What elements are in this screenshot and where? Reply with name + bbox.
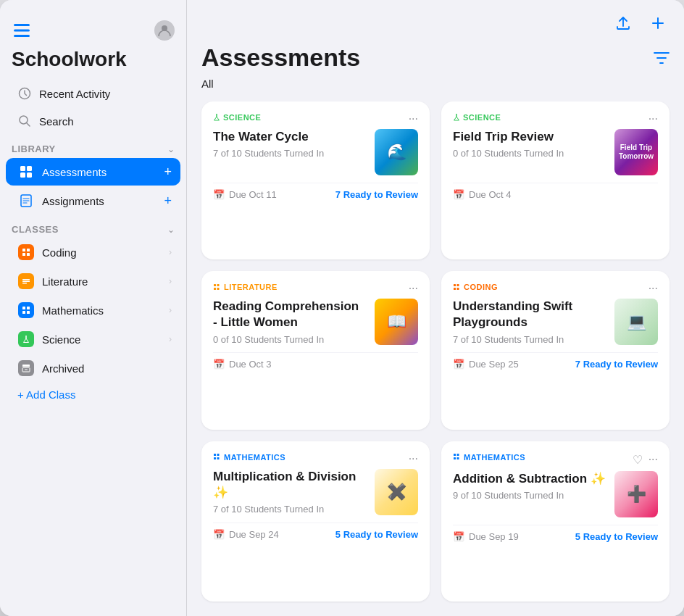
- sidebar-item-recent-activity[interactable]: Recent Activity: [6, 80, 180, 107]
- sidebar-item-assignments[interactable]: Assignments +: [6, 187, 180, 215]
- heart-icon[interactable]: ♡: [633, 453, 643, 467]
- svg-rect-19: [27, 307, 30, 309]
- card-subject: Science: [213, 113, 261, 122]
- card-more-menu[interactable]: ···: [409, 453, 418, 465]
- library-section-header: Library ⌄: [0, 135, 186, 157]
- svg-rect-39: [457, 457, 459, 459]
- svg-rect-33: [217, 454, 220, 456]
- calendar-icon: 📅: [453, 189, 464, 200]
- svg-rect-38: [454, 457, 456, 459]
- sidebar-toggle-icon[interactable]: [12, 20, 32, 41]
- filter-label: All: [187, 72, 684, 99]
- card-top: Literature ···: [213, 283, 418, 294]
- export-button[interactable]: [612, 12, 635, 35]
- card-subject: Mathematics: [213, 453, 285, 462]
- sidebar-item-coding[interactable]: Coding ›: [6, 238, 180, 266]
- main-title-row: Assessments: [187, 41, 684, 72]
- add-button[interactable]: [646, 12, 670, 35]
- card-title: Reading Comprehension - Little Women: [213, 299, 366, 330]
- svg-rect-18: [22, 307, 25, 309]
- card-info: The Water Cycle 7 of 10 Students Turned …: [213, 129, 366, 159]
- mathematics-label: Mathematics: [42, 304, 162, 317]
- sidebar-item-science[interactable]: Science ›: [6, 325, 180, 353]
- add-assessment-button[interactable]: +: [164, 165, 172, 180]
- svg-rect-1: [14, 30, 30, 32]
- card-review[interactable]: 7 Ready to Review: [335, 189, 418, 200]
- science-chevron-icon: ›: [169, 334, 172, 344]
- card-more-menu[interactable]: ···: [409, 283, 418, 294]
- card-more-menu[interactable]: ···: [648, 113, 658, 125]
- card-review[interactable]: 5 Ready to Review: [575, 531, 658, 542]
- card-thumbnail: ➕: [614, 471, 658, 517]
- card-thumbnail: Field TripTomorrow: [614, 129, 658, 175]
- card-review[interactable]: 7 Ready to Review: [575, 359, 658, 370]
- card-top: Mathematics ···: [213, 453, 418, 465]
- card-subtitle: 0 of 10 Students Turned In: [453, 148, 606, 159]
- calendar-icon: 📅: [213, 189, 225, 200]
- card-review[interactable]: 5 Ready to Review: [335, 529, 418, 540]
- page-title: Assessments: [201, 43, 360, 72]
- svg-rect-0: [14, 24, 30, 26]
- card-footer: 📅 Due Sep 25 7 Ready to Review: [453, 352, 658, 370]
- card-top: Mathematics ♡ ···: [453, 453, 658, 467]
- svg-rect-14: [27, 253, 30, 256]
- sidebar-item-literature[interactable]: Literature ›: [6, 267, 180, 295]
- card-more-menu[interactable]: ···: [648, 283, 658, 294]
- classes-section-title: Classes: [12, 224, 59, 235]
- card-thumbnail: ✖️: [375, 469, 418, 515]
- card-info: Reading Comprehension - Little Women 0 o…: [213, 299, 366, 344]
- card-body: Reading Comprehension - Little Women 0 o…: [213, 299, 418, 345]
- card-more-menu[interactable]: ···: [409, 113, 418, 125]
- card-top: Science ···: [213, 113, 418, 125]
- sidebar-item-assessments[interactable]: Assessments +: [6, 158, 180, 186]
- card-body: Multiplication & Division ✨ 7 of 10 Stud…: [213, 469, 418, 515]
- sidebar-item-archived[interactable]: Archived: [6, 354, 180, 382]
- card-due: 📅 Due Oct 11: [213, 189, 277, 200]
- card-due: 📅 Due Sep 25: [453, 359, 519, 370]
- literature-class-icon: [17, 272, 35, 290]
- sidebar: Schoolwork Recent Activity Search Lib: [0, 0, 187, 616]
- coding-label: Coding: [42, 246, 162, 259]
- add-class-label: + Add Class: [17, 388, 75, 401]
- calendar-icon: 📅: [213, 529, 225, 540]
- svg-rect-22: [22, 365, 30, 367]
- classes-chevron-icon[interactable]: ⌄: [167, 225, 175, 235]
- card-more-menu[interactable]: ···: [648, 454, 658, 465]
- library-chevron-icon[interactable]: ⌄: [167, 144, 175, 154]
- svg-rect-36: [454, 454, 456, 456]
- card-footer: 📅 Due Oct 3: [213, 352, 418, 370]
- svg-rect-25: [217, 284, 220, 286]
- calendar-icon: 📅: [453, 359, 464, 370]
- svg-rect-26: [214, 288, 216, 290]
- literature-chevron-icon: ›: [169, 276, 172, 286]
- card-field-trip: Science ··· Field Trip Review 0 of 10 St…: [441, 101, 670, 259]
- svg-rect-2: [14, 35, 30, 37]
- recent-activity-label: Recent Activity: [39, 88, 110, 100]
- card-body: Addition & Subtraction ✨ 9 of 10 Student…: [453, 471, 658, 517]
- main-content: Assessments All Science ···: [187, 0, 684, 616]
- card-subject: Mathematics: [453, 453, 525, 462]
- svg-rect-12: [27, 249, 30, 251]
- sidebar-item-mathematics[interactable]: Mathematics ›: [6, 296, 180, 324]
- user-avatar[interactable]: [154, 20, 175, 41]
- main-header: [187, 0, 684, 41]
- svg-rect-27: [217, 288, 220, 290]
- card-swift-playgrounds: Coding ··· Understanding Swift Playgroun…: [441, 271, 670, 429]
- card-info: Addition & Subtraction ✨ 9 of 10 Student…: [453, 471, 606, 501]
- clock-icon: [17, 86, 32, 101]
- card-water-cycle: Science ··· The Water Cycle 7 of 10 Stud…: [201, 101, 430, 259]
- doc-icon: [17, 192, 35, 209]
- svg-rect-31: [457, 288, 459, 290]
- svg-rect-37: [457, 454, 459, 456]
- add-assignment-button[interactable]: +: [164, 193, 172, 209]
- grid-icon: [17, 163, 35, 180]
- svg-rect-17: [22, 283, 27, 284]
- card-thumbnail: 🌊: [375, 129, 418, 175]
- svg-rect-16: [22, 281, 30, 283]
- add-class-button[interactable]: + Add Class: [6, 383, 180, 406]
- coding-class-icon: [17, 244, 35, 261]
- filter-button[interactable]: [654, 51, 670, 64]
- search-label: Search: [39, 115, 74, 128]
- svg-rect-29: [457, 284, 459, 286]
- sidebar-item-search[interactable]: Search: [6, 108, 180, 134]
